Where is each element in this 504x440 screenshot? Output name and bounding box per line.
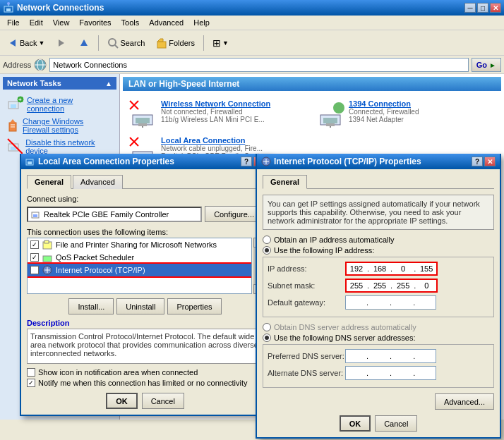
ip-address-row: IP address: . . . (268, 262, 489, 276)
adns-octet-1[interactable] (346, 369, 366, 377)
subnet-octet-3[interactable] (393, 281, 413, 290)
svg-rect-33 (326, 123, 335, 126)
up-icon (78, 37, 90, 49)
up-button[interactable] (74, 33, 94, 53)
tcp-cancel-button[interactable]: Cancel (375, 415, 417, 432)
gateway-octet-1[interactable] (346, 298, 366, 307)
1394-connection-item[interactable]: 1394 Connection Connected, Firewalled 13… (313, 97, 498, 130)
pdns-octet-4[interactable] (416, 352, 436, 360)
back-button[interactable]: Back ▼ (3, 33, 49, 53)
gateway-field[interactable]: . . . (345, 295, 436, 310)
subnet-octet-2[interactable] (370, 281, 390, 290)
tab-general[interactable]: General (27, 175, 71, 189)
list-item-file-sharing[interactable]: ✓ File and Printer Sharing for Microsoft… (28, 238, 251, 251)
tcp-dialog-title: Internet Protocol (TCP/IP) Properties (274, 157, 421, 166)
lan-cancel-button[interactable]: Cancel (142, 393, 184, 409)
menu-help[interactable]: Help (189, 17, 214, 28)
ip-octet-1[interactable] (347, 264, 366, 273)
menu-file[interactable]: File (3, 17, 24, 28)
radio-manual-ip[interactable] (263, 246, 271, 255)
notify-row: ✓ Notify me when this connection has lim… (27, 379, 263, 387)
pdns-octet-2[interactable] (369, 352, 389, 360)
tcp-close-button[interactable]: ✕ (484, 157, 496, 166)
install-button[interactable]: Install... (68, 298, 114, 314)
auto-dns-row: Obtain DNS server address automatically (263, 323, 494, 331)
file-sharing-icon (42, 239, 53, 250)
radio-manual-dns[interactable] (263, 334, 271, 342)
items-listbox[interactable]: ✓ File and Printer Sharing for Microsoft… (27, 238, 252, 294)
gateway-octet-4[interactable] (416, 298, 436, 307)
lan-ok-button[interactable]: OK (106, 393, 138, 409)
svg-marker-4 (10, 39, 16, 47)
checkbox-tcpip[interactable]: ✓ (30, 266, 39, 274)
maximize-button[interactable]: □ (477, 3, 488, 13)
firewall-icon (7, 117, 20, 134)
menu-tools[interactable]: Tools (117, 17, 144, 28)
view-button[interactable]: ⊞ ▼ (208, 33, 233, 53)
checkbox-file-sharing[interactable]: ✓ (30, 240, 39, 249)
description-title: Description (27, 319, 263, 327)
svg-rect-47 (44, 240, 49, 243)
pdns-octet-3[interactable] (392, 352, 412, 360)
tab-advanced[interactable]: Advanced (73, 175, 123, 189)
adns-octet-2[interactable] (369, 369, 389, 377)
configure-button[interactable]: Configure... (205, 206, 263, 222)
gateway-octet-2[interactable] (369, 298, 389, 307)
tcp-tab-general[interactable]: General (263, 175, 307, 189)
qos-icon (42, 252, 53, 263)
search-button[interactable]: Search (103, 33, 149, 53)
subnet-row: Subnet mask: . . . (268, 279, 489, 293)
back-icon (7, 37, 18, 49)
subnet-field[interactable]: . . . (345, 279, 438, 293)
checkbox-qos[interactable]: ✓ (30, 253, 39, 262)
close-button[interactable]: ✕ (490, 3, 501, 13)
sidebar-task-create-connection[interactable]: + Create a new connection (6, 94, 114, 115)
address-field[interactable]: Network Connections (49, 58, 468, 72)
ip-octet-3[interactable] (393, 264, 413, 273)
tcp-ok-button[interactable]: OK (340, 415, 371, 432)
main-titlebar: Network Connections ─ □ ✕ (0, 0, 504, 16)
minimize-button[interactable]: ─ (464, 3, 476, 13)
wireless-icon (128, 99, 157, 128)
tcp-dialog: Internet Protocol (TCP/IP) Properties ? … (256, 154, 501, 439)
radio-auto-ip[interactable] (263, 236, 271, 244)
subnet-octet-1[interactable] (347, 281, 366, 290)
advanced-button[interactable]: Advanced... (435, 393, 494, 410)
alternate-dns-field[interactable]: . . . (345, 366, 436, 380)
go-button[interactable]: Go ► (472, 58, 501, 72)
sidebar-task-firewall[interactable]: Change Windows Firewall settings (6, 115, 114, 136)
svg-rect-1 (6, 8, 11, 11)
forward-button[interactable] (52, 33, 71, 53)
wireless-connection-item[interactable]: Wireless Network Connection Not connecte… (126, 97, 311, 130)
folders-icon (156, 37, 167, 49)
subnet-octet-4[interactable] (416, 281, 436, 290)
svg-line-8 (115, 45, 118, 48)
ip-octet-4[interactable] (416, 264, 436, 273)
tcp-help-button[interactable]: ? (472, 157, 483, 166)
tcp-tabs: General (263, 175, 494, 189)
menu-view[interactable]: View (49, 17, 74, 28)
forward-icon (56, 37, 67, 49)
menu-favorites[interactable]: Favorites (75, 17, 115, 28)
pdns-octet-1[interactable] (346, 352, 366, 360)
list-item-qos[interactable]: ✓ QoS Packet Scheduler (28, 251, 251, 264)
uninstall-button[interactable]: Uninstall (116, 298, 164, 314)
radio-auto-dns[interactable] (263, 323, 271, 331)
sidebar-section-network-tasks[interactable]: Network Tasks ▲ (3, 77, 116, 90)
checkbox-show-icon[interactable] (27, 368, 35, 377)
network-connections-window: Network Connections ─ □ ✕ File Edit View… (0, 0, 504, 440)
gateway-octet-3[interactable] (392, 298, 412, 307)
toolbar-separator-2 (203, 35, 204, 51)
list-item-tcpip[interactable]: ✓ Internet Protocol (TCP/IP) (28, 264, 251, 276)
menu-edit[interactable]: Edit (25, 17, 47, 28)
checkbox-notify[interactable]: ✓ (27, 379, 35, 387)
adns-octet-4[interactable] (416, 369, 436, 377)
ip-octet-2[interactable] (370, 264, 390, 273)
properties-button[interactable]: Properties (167, 298, 221, 314)
lan-help-button[interactable]: ? (241, 157, 252, 166)
menu-advanced[interactable]: Advanced (145, 17, 188, 28)
adns-octet-3[interactable] (392, 369, 412, 377)
ip-address-field[interactable]: . . . (345, 262, 438, 276)
folders-button[interactable]: Folders (152, 33, 199, 53)
preferred-dns-field[interactable]: . . . (345, 349, 436, 363)
